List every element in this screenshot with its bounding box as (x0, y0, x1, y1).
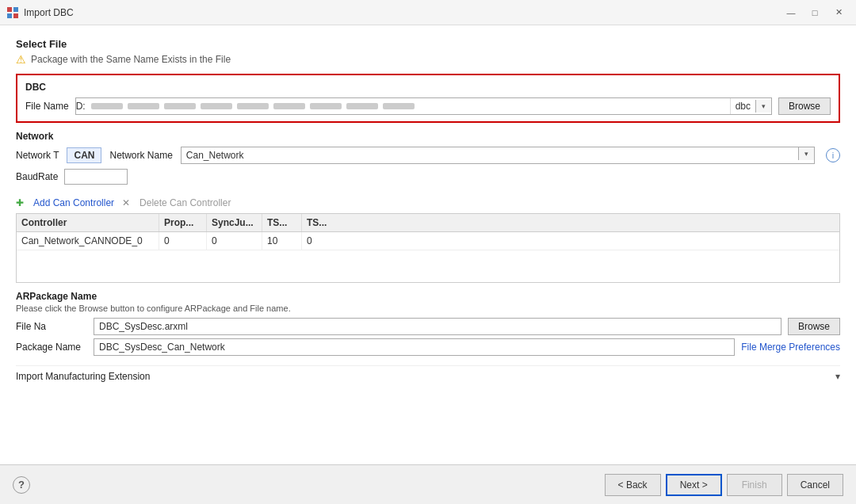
import-manufacturing-row: Import Manufacturing Extension ▾ (16, 365, 840, 382)
cell-ts2: 0 (302, 232, 342, 250)
network-section: Network Network T CAN Network Name Can_N… (16, 131, 840, 191)
table-empty-area (17, 250, 839, 282)
title-bar: Import DBC — □ ✕ (0, 0, 856, 25)
col-ts1: TS... (262, 214, 302, 231)
file-suffix: dbc (730, 98, 755, 114)
baudrate-input[interactable] (64, 169, 128, 185)
network-name-label: Network Name (109, 150, 172, 161)
network-title: Network (16, 131, 840, 142)
expand-icon[interactable]: ▾ (835, 371, 840, 382)
minimize-button[interactable]: — (780, 4, 802, 21)
back-button[interactable]: < Back (605, 474, 661, 496)
package-name-input[interactable] (94, 338, 735, 356)
file-na-input[interactable] (94, 318, 781, 335)
cancel-button[interactable]: Cancel (787, 474, 843, 496)
svg-rect-3 (13, 13, 18, 18)
close-button[interactable]: ✕ (827, 4, 850, 21)
file-name-input-wrap: D: dbc ▾ (75, 97, 772, 115)
warning-icon: ⚠ (16, 53, 26, 66)
arpackage-section: ARPackage Name Please click the Browse b… (16, 291, 840, 359)
window-title: Import DBC (24, 7, 74, 18)
package-name-label: Package Name (16, 342, 87, 353)
app-icon (6, 6, 19, 19)
help-button[interactable]: ? (13, 476, 30, 494)
import-mfg-label: Import Manufacturing Extension (16, 371, 150, 382)
info-icon[interactable]: i (826, 148, 840, 162)
network-name-dropdown[interactable]: ▾ (798, 147, 814, 160)
controller-links: ✚ Add Can Controller ✕ Delete Can Contro… (16, 197, 840, 208)
delete-can-controller-link[interactable]: Delete Can Controller (139, 197, 231, 208)
arpackage-description: Please click the Browse button to config… (16, 304, 840, 313)
warning-text: Package with the Same Name Exists in the… (31, 54, 231, 65)
cell-syncju: 0 (207, 232, 262, 250)
svg-rect-1 (13, 7, 18, 12)
controller-table: Controller Prop... SyncJu... TS... TS...… (16, 213, 840, 283)
section-title: Select File (16, 38, 840, 50)
dbc-browse-button[interactable]: Browse (778, 97, 831, 115)
cell-prop: 0 (159, 232, 207, 250)
warning-row: ⚠ Package with the Same Name Exists in t… (16, 53, 840, 66)
bottom-buttons: < Back Next > Finish Cancel (605, 474, 843, 496)
bottom-bar: ? < Back Next > Finish Cancel (0, 464, 856, 504)
dbc-section: DBC File Name D: dbc ▾ (16, 74, 840, 123)
table-row[interactable]: Can_Network_CANNODE_0 0 0 10 0 (17, 232, 839, 250)
cell-ts1: 10 (262, 232, 302, 250)
can-badge: CAN (67, 147, 101, 163)
finish-button[interactable]: Finish (727, 474, 782, 496)
cross-icon: ✕ (122, 197, 130, 208)
col-syncju: SyncJu... (207, 214, 262, 231)
dbc-label: DBC (25, 82, 831, 93)
col-ts2: TS... (302, 214, 342, 231)
plus-icon: ✚ (16, 197, 24, 208)
network-name-value: Can_Network (182, 147, 798, 163)
col-controller: Controller (17, 214, 159, 231)
file-dropdown-button[interactable]: ▾ (755, 100, 771, 113)
network-type-label: Network T (16, 150, 59, 161)
arpackage-title: ARPackage Name (16, 291, 840, 302)
dialog-content: Select File ⚠ Package with the Same Name… (0, 25, 856, 464)
blurred-path (89, 103, 730, 109)
maximize-button[interactable]: □ (804, 4, 826, 21)
table-header: Controller Prop... SyncJu... TS... TS... (17, 214, 839, 232)
file-merge-preferences-link[interactable]: File Merge Preferences (741, 342, 840, 353)
svg-rect-2 (7, 13, 12, 18)
col-prop: Prop... (159, 214, 207, 231)
path-start: D: (76, 101, 86, 112)
add-can-controller-link[interactable]: Add Can Controller (33, 197, 114, 208)
svg-rect-0 (7, 7, 12, 12)
arpackage-browse-button[interactable]: Browse (788, 318, 840, 335)
file-na-label: File Na (16, 321, 87, 332)
baudrate-label: BaudRate (16, 171, 58, 182)
file-name-label: File Name (25, 101, 69, 112)
next-button[interactable]: Next > (666, 474, 722, 496)
network-name-input-wrap: Can_Network ▾ (181, 147, 815, 164)
cell-controller-name: Can_Network_CANNODE_0 (17, 232, 159, 250)
